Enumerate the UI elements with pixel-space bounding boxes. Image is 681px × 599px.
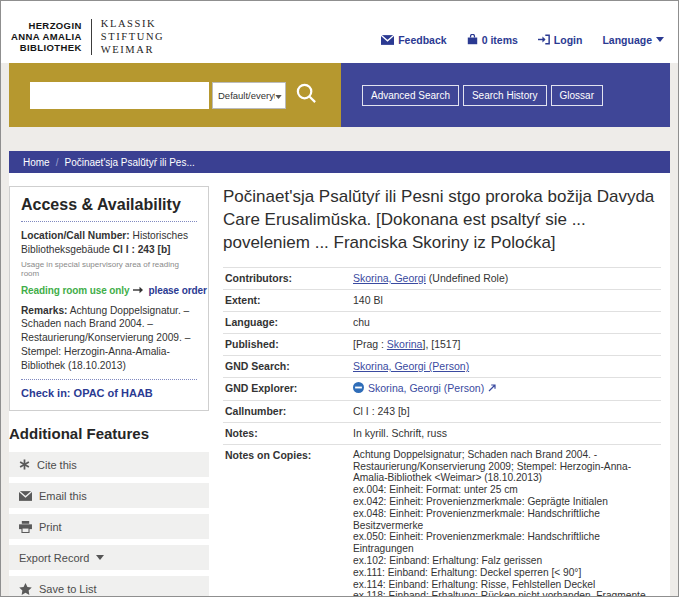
content: Access & Availability Location/Call Numb…: [9, 173, 670, 597]
field-row-gnd-search: GND Search: Skorina, Georgi (Person): [223, 355, 661, 377]
glossar-button[interactable]: Glossar: [551, 85, 603, 106]
search-icon: [295, 82, 318, 108]
cite-this-button[interactable]: Cite this: [9, 452, 209, 477]
spacer: [9, 127, 670, 151]
sidebar: Access & Availability Location/Call Numb…: [9, 186, 209, 597]
copies-note-paragraph: Achtung Doppelsignatur; Schaden nach Bra…: [353, 449, 661, 484]
logo-right-text: KLASSIK STIFTUNG WEIMAR: [101, 17, 165, 56]
checkin-line: Check in: OPAC of HAAB: [21, 387, 197, 399]
save-to-list-button[interactable]: Save to List: [9, 576, 209, 597]
field-row-published: Published: [Prag : Skorina], [1517]: [223, 333, 661, 355]
advanced-search-button[interactable]: Advanced Search: [362, 85, 459, 106]
language-dropdown[interactable]: Language: [602, 16, 664, 63]
gnd-search-link[interactable]: Skorina, Georgi (Person): [353, 360, 469, 372]
field-row-callnumber: Callnumber: Cl I : 243 [b]: [223, 400, 661, 422]
access-title: Access & Availability: [21, 196, 197, 214]
caret-down-icon: [275, 90, 282, 101]
field-row-notes-on-copies: Notes on Copies: Achtung Doppelsignatur;…: [223, 444, 661, 597]
book-bag-link[interactable]: 0 items: [467, 16, 518, 63]
field-row-gnd-explorer: GND Explorer: Skorina, Georgi (Person): [223, 377, 661, 400]
print-button[interactable]: Print: [9, 514, 209, 539]
divider: [21, 221, 197, 222]
export-record-dropdown[interactable]: Export Record: [9, 545, 209, 570]
star-icon: [19, 583, 32, 595]
caret-down-icon: [656, 37, 664, 42]
copies-note-line: ex.118: Einband: Erhaltung: Rücken nicht…: [353, 590, 661, 597]
publisher-link[interactable]: Skorina: [387, 338, 423, 350]
catalog-page: HERZOGIN ANNA AMALIA BIBLIOTHEK KLASSIK …: [0, 0, 679, 597]
email-this-button[interactable]: Email this: [9, 483, 209, 508]
feedback-link[interactable]: Feedback: [381, 16, 446, 63]
record-detail: Počinaet'sja Psalŭtyŕ ili Pesni stgo pro…: [223, 186, 670, 597]
search-form: Default/everything: [9, 63, 341, 127]
breadcrumb-home-link[interactable]: Home: [23, 157, 50, 168]
copies-note-line: ex.114: Einband: Erhaltung: Risse, Fehls…: [353, 579, 661, 591]
copies-note-line: ex.042: Einheit: Provenienzmerkmale: Gep…: [353, 496, 661, 508]
gnd-explorer-icon: [353, 382, 364, 396]
search-type-dropdown[interactable]: Default/everything: [212, 82, 286, 109]
external-link-icon: [488, 382, 496, 395]
copies-note-line: ex.050: Einheit: Provenienzmerkmale: Han…: [353, 531, 661, 555]
caret-down-icon: [96, 555, 104, 560]
envelope-icon: [19, 491, 32, 501]
copies-note-line: ex.048: Einheit: Provenienzmerkmale: Han…: [353, 508, 661, 532]
header-links: Feedback 0 items Login Language: [381, 10, 664, 63]
envelope-icon: [381, 35, 394, 45]
field-row-contributors: Contributors: Skorina, Georgi (Undefined…: [223, 267, 661, 289]
breadcrumb: Home / Počinaet'sja Psalŭtyŕ ili Pes...: [9, 151, 670, 173]
breadcrumb-separator: /: [56, 157, 59, 168]
printer-icon: [19, 521, 32, 533]
availability-status: Reading room use only please order: [21, 285, 197, 296]
search-band: Default/everything Advanced Search Searc…: [9, 63, 670, 127]
opac-haab-link[interactable]: OPAC of HAAB: [74, 387, 153, 399]
record-fields-table: Contributors: Skorina, Georgi (Undefined…: [223, 267, 661, 597]
remarks: Remarks: Achtung Doppelsignatur. – Schad…: [21, 304, 197, 373]
please-order-link[interactable]: please order: [148, 285, 206, 296]
page-body: Default/everything Advanced Search Searc…: [1, 63, 678, 597]
contributor-link[interactable]: Skorina, Georgi: [353, 272, 426, 284]
access-availability-panel: Access & Availability Location/Call Numb…: [9, 186, 209, 411]
logo-left-text: HERZOGIN ANNA AMALIA BIBLIOTHEK: [11, 20, 82, 54]
search-button[interactable]: [295, 82, 318, 108]
book-bag-icon: [467, 34, 478, 45]
field-row-language: Language: chu: [223, 311, 661, 333]
usage-note: Usage in special supervisory area of rea…: [21, 260, 197, 278]
gnd-explorer-link[interactable]: Skorina, Georgi (Person): [368, 382, 484, 394]
location-callnumber: Location/Call Number: Historisches Bibli…: [21, 229, 197, 257]
arrow-right-icon: [133, 285, 144, 296]
library-logo[interactable]: HERZOGIN ANNA AMALIA BIBLIOTHEK KLASSIK …: [11, 10, 164, 63]
divider: [21, 379, 197, 380]
breadcrumb-current: Počinaet'sja Psalŭtyŕ ili Pes...: [64, 157, 194, 168]
status-badge: Reading room use only: [21, 285, 129, 296]
asterisk-icon: [19, 459, 30, 470]
login-link[interactable]: Login: [538, 16, 583, 63]
logo-divider: [91, 19, 92, 55]
copies-note-line: ex.004: Einheit: Format: unter 25 cm: [353, 484, 661, 496]
search-history-button[interactable]: Search History: [463, 85, 547, 106]
additional-features-title: Additional Features: [9, 425, 209, 442]
copies-note-lines: ex.004: Einheit: Format: unter 25 cmex.0…: [353, 484, 661, 597]
field-row-notes: Notes: In kyrill. Schrift, russ: [223, 422, 661, 444]
search-tools: Advanced Search Search History Glossar: [341, 63, 670, 127]
copies-note-line: ex.102: Einband: Erhaltung: Falz gerisse…: [353, 555, 661, 567]
copies-note-line: ex.111: Einband: Erhaltung: Deckel sperr…: [353, 567, 661, 579]
login-icon: [538, 34, 550, 45]
field-row-extent: Extent: 140 Bl: [223, 289, 661, 311]
search-input[interactable]: [30, 82, 209, 109]
header: HERZOGIN ANNA AMALIA BIBLIOTHEK KLASSIK …: [1, 1, 678, 63]
record-title: Počinaet'sja Psalŭtyŕ ili Pesni stgo pro…: [223, 186, 661, 255]
